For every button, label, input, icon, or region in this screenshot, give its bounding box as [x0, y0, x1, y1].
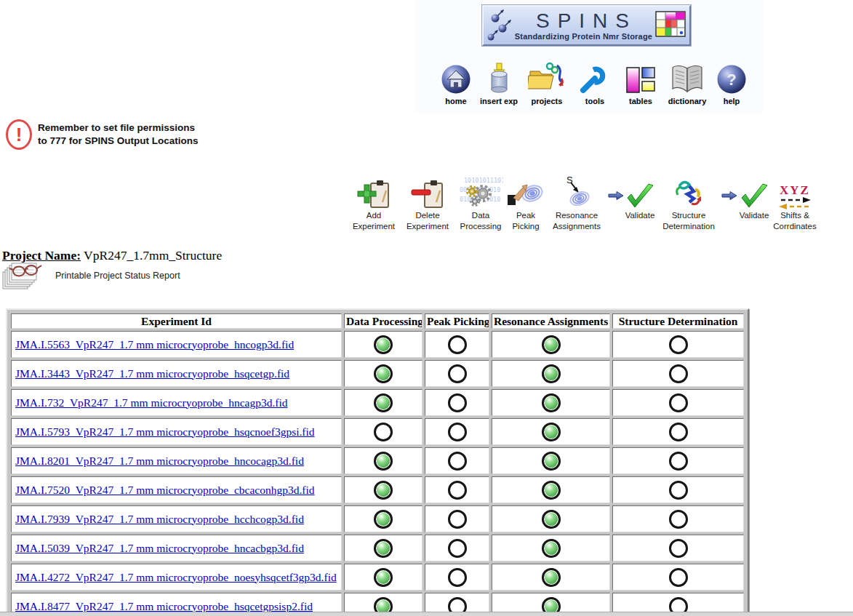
- status-led-off[interactable]: [669, 364, 688, 383]
- main-nav: home insert exp projects: [436, 63, 752, 105]
- status-led-on[interactable]: [374, 539, 393, 558]
- status-led-off[interactable]: [448, 452, 467, 471]
- status-led-on[interactable]: [542, 481, 561, 500]
- status-led-on[interactable]: [374, 481, 393, 500]
- peak-picking-cell: [425, 564, 489, 591]
- status-led-off[interactable]: [669, 568, 688, 587]
- printable-report[interactable]: Printable Project Status Report: [1, 261, 180, 293]
- nav-label-home: home: [445, 97, 466, 105]
- status-led-on[interactable]: [542, 510, 561, 529]
- nav-item-projects[interactable]: projects: [522, 63, 572, 105]
- status-led-on[interactable]: [374, 393, 393, 412]
- workflow-delete-experiment[interactable]: Delete Experiment: [400, 175, 455, 231]
- workflow-label: Shifts &: [780, 211, 809, 220]
- status-led-on[interactable]: [542, 568, 561, 587]
- status-led-off[interactable]: [669, 481, 688, 500]
- nav-item-tables[interactable]: tables: [618, 63, 663, 105]
- workflow-label: Assignments: [553, 222, 601, 231]
- experiment-link[interactable]: JMA.I.5039_VpR247_1.7 mm microcryoprobe_…: [15, 542, 304, 554]
- column-header-data-processing: Data Processing: [344, 313, 423, 329]
- data-processing-cell: [344, 418, 423, 445]
- experiment-id-cell: JMA.I.5563_VpR247_1.7 mm microcryoprobe_…: [11, 331, 342, 358]
- status-led-off[interactable]: [448, 568, 467, 587]
- status-led-off[interactable]: [448, 539, 467, 558]
- status-led-off[interactable]: [669, 452, 688, 471]
- status-led-off[interactable]: [669, 423, 688, 441]
- peak-picking-cell: [425, 447, 489, 474]
- data-processing-cell: [344, 476, 423, 503]
- workflow-label: Data: [472, 211, 489, 220]
- structure-ribbon-icon: [672, 175, 705, 209]
- experiment-link[interactable]: JMA.I.5793_VpR247_1.7 mm microcryoprobe_…: [15, 425, 315, 438]
- nav-label-projects: projects: [532, 97, 563, 105]
- status-led-on[interactable]: [374, 335, 393, 354]
- experiment-link[interactable]: JMA.I.8201_VpR247_1.7 mm microcryoprobe_…: [15, 455, 304, 467]
- workflow-resonance-assignments[interactable]: S Resonance Assignments: [545, 175, 608, 231]
- status-led-off[interactable]: [374, 423, 393, 441]
- status-led-on[interactable]: [542, 539, 561, 558]
- status-led-on[interactable]: [374, 510, 393, 529]
- workflow-label: Validate: [625, 211, 655, 220]
- table-header-row: Experiment IdData ProcessingPeak Picking…: [11, 313, 744, 329]
- nav-item-insert-exp[interactable]: insert exp: [476, 63, 522, 105]
- status-led-off[interactable]: [448, 423, 467, 441]
- nav-label-insert-exp: insert exp: [480, 97, 518, 105]
- nav-item-home[interactable]: home: [436, 63, 476, 105]
- table-row: JMA.I.5039_VpR247_1.7 mm microcryoprobe_…: [11, 535, 744, 561]
- table-row: JMA.I.7520_VpR247_1.7 mm microcryoprobe_…: [11, 476, 744, 503]
- status-led-on[interactable]: [542, 452, 561, 471]
- status-led-off[interactable]: [669, 335, 688, 354]
- experiment-id-cell: JMA.I.8201_VpR247_1.7 mm microcryoprobe_…: [11, 447, 342, 474]
- nav-item-dictionary[interactable]: dictionary: [663, 63, 711, 105]
- experiment-link[interactable]: JMA.I.4272_VpR247_1.7 mm microcryoprobe_…: [15, 571, 337, 583]
- status-led-on[interactable]: [374, 364, 393, 383]
- experiment-id-cell: JMA.I.4272_VpR247_1.7 mm microcryoprobe_…: [11, 564, 342, 591]
- warning-line-2: to 777 for SPINS Output Locations: [38, 135, 199, 148]
- status-led-off[interactable]: [448, 393, 467, 412]
- structure-determination-cell: [612, 331, 744, 358]
- svg-text:10101011101: 10101011101: [464, 177, 503, 184]
- experiment-link[interactable]: JMA.I.8477_VpR247_1.7 mm microcryoprobe_…: [15, 600, 313, 612]
- status-led-off[interactable]: [448, 335, 467, 354]
- data-processing-cell: [344, 564, 423, 591]
- printable-report-label[interactable]: Printable Project Status Report: [55, 271, 180, 281]
- banner-title: SPINS: [518, 11, 655, 31]
- experiment-link[interactable]: JMA.I.732_VpR247_1.7 mm microcryoprobe_h…: [15, 396, 288, 409]
- workflow-add-experiment[interactable]: Add Experiment: [348, 175, 400, 231]
- experiment-link[interactable]: JMA.I.7520_VpR247_1.7 mm microcryoprobe_…: [15, 484, 315, 496]
- workflow-validate-2[interactable]: Validate: [737, 175, 771, 220]
- project-name-value: VpR247_1.7mm_Structure: [84, 248, 222, 263]
- status-led-off[interactable]: [448, 364, 467, 383]
- nav-item-tools[interactable]: tools: [572, 63, 618, 105]
- peak-picking-cell: [425, 389, 489, 416]
- status-led-on[interactable]: [542, 335, 561, 354]
- experiment-link[interactable]: JMA.I.3443_VpR247_1.7 mm microcryoprobe_…: [15, 367, 289, 380]
- workflow-peak-picking[interactable]: Peak Picking: [506, 175, 545, 231]
- workflow-label: Add: [367, 211, 381, 220]
- structure-determination-cell: [612, 418, 744, 445]
- status-led-off[interactable]: [669, 539, 688, 558]
- status-led-on[interactable]: [542, 364, 561, 383]
- add-experiment-icon: [356, 175, 391, 209]
- workflow-structure-determination[interactable]: Structure Determination: [656, 175, 721, 231]
- status-led-off[interactable]: [669, 510, 688, 529]
- nav-label-tools: tools: [585, 97, 604, 105]
- resonance-assignments-cell: [492, 505, 610, 532]
- status-led-on[interactable]: [374, 452, 393, 471]
- experiment-id-cell: JMA.I.7939_VpR247_1.7 mm microcryoprobe_…: [11, 505, 342, 532]
- status-led-on[interactable]: [542, 423, 561, 441]
- structure-determination-cell: [612, 389, 744, 416]
- workflow-shifts-coordinates[interactable]: XYZ Shifts & Corrdinates: [771, 175, 819, 231]
- workflow-validate-1[interactable]: Validate: [624, 175, 656, 220]
- data-processing-cell: [344, 389, 423, 416]
- status-led-off[interactable]: [448, 510, 467, 529]
- status-led-on[interactable]: [542, 393, 561, 412]
- tables-icon: [625, 63, 656, 95]
- status-led-on[interactable]: [374, 568, 393, 587]
- nav-item-help[interactable]: ? help: [711, 63, 752, 105]
- experiment-link[interactable]: JMA.I.5563_VpR247_1.7 mm microcryoprobe_…: [15, 338, 294, 351]
- status-led-off[interactable]: [448, 481, 467, 500]
- workflow-data-processing[interactable]: 10101011101 0011Q000010 01000011010 Data…: [455, 175, 506, 231]
- experiment-link[interactable]: JMA.I.7939_VpR247_1.7 mm microcryoprobe_…: [15, 513, 304, 525]
- status-led-off[interactable]: [669, 393, 688, 412]
